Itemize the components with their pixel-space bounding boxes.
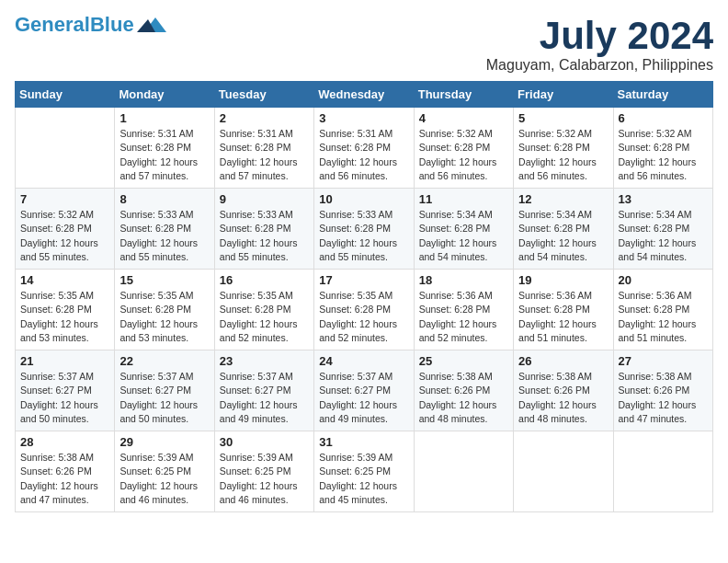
day-number: 2: [220, 111, 309, 125]
day-number: 29: [119, 435, 209, 449]
logo-icon: [137, 16, 166, 34]
calendar-cell: 21Sunrise: 5:37 AM Sunset: 6:27 PM Dayli…: [16, 350, 115, 431]
calendar-week-3: 14Sunrise: 5:35 AM Sunset: 6:28 PM Dayli…: [16, 270, 713, 350]
day-number: 18: [419, 273, 508, 287]
weekday-header-wednesday: Wednesday: [314, 82, 414, 108]
day-number: 3: [319, 111, 408, 125]
weekday-header-sunday: Sunday: [16, 82, 115, 108]
day-info: Sunrise: 5:33 AM Sunset: 6:28 PM Dayligh…: [119, 208, 209, 264]
calendar-cell: [16, 108, 115, 189]
calendar-cell: 20Sunrise: 5:36 AM Sunset: 6:28 PM Dayli…: [613, 270, 712, 350]
day-info: Sunrise: 5:36 AM Sunset: 6:28 PM Dayligh…: [419, 289, 508, 345]
day-info: Sunrise: 5:37 AM Sunset: 6:27 PM Dayligh…: [119, 370, 209, 426]
day-number: 8: [119, 192, 209, 206]
calendar-cell: 2Sunrise: 5:31 AM Sunset: 6:28 PM Daylig…: [214, 108, 313, 189]
calendar-cell: 7Sunrise: 5:32 AM Sunset: 6:28 PM Daylig…: [16, 189, 115, 270]
calendar-cell: 13Sunrise: 5:34 AM Sunset: 6:28 PM Dayli…: [613, 189, 712, 270]
calendar-cell: 10Sunrise: 5:33 AM Sunset: 6:28 PM Dayli…: [314, 189, 414, 270]
day-info: Sunrise: 5:33 AM Sunset: 6:28 PM Dayligh…: [220, 208, 309, 264]
calendar-cell: 6Sunrise: 5:32 AM Sunset: 6:28 PM Daylig…: [613, 108, 712, 189]
day-info: Sunrise: 5:34 AM Sunset: 6:28 PM Dayligh…: [518, 208, 608, 264]
day-info: Sunrise: 5:32 AM Sunset: 6:28 PM Dayligh…: [619, 127, 708, 183]
day-number: 14: [20, 273, 109, 287]
day-number: 27: [619, 354, 708, 368]
calendar-cell: 11Sunrise: 5:34 AM Sunset: 6:28 PM Dayli…: [414, 189, 513, 270]
day-number: 25: [419, 354, 508, 368]
day-info: Sunrise: 5:35 AM Sunset: 6:28 PM Dayligh…: [220, 289, 309, 345]
calendar-cell: 1Sunrise: 5:31 AM Sunset: 6:28 PM Daylig…: [115, 108, 214, 189]
day-info: Sunrise: 5:35 AM Sunset: 6:28 PM Dayligh…: [319, 289, 408, 345]
day-number: 16: [220, 273, 309, 287]
day-number: 19: [518, 273, 608, 287]
day-info: Sunrise: 5:38 AM Sunset: 6:26 PM Dayligh…: [518, 370, 608, 426]
day-info: Sunrise: 5:36 AM Sunset: 6:28 PM Dayligh…: [518, 289, 608, 345]
calendar-cell: 19Sunrise: 5:36 AM Sunset: 6:28 PM Dayli…: [514, 270, 613, 350]
calendar-cell: 25Sunrise: 5:38 AM Sunset: 6:26 PM Dayli…: [414, 350, 513, 431]
calendar-cell: [613, 431, 712, 512]
calendar-cell: [514, 431, 613, 512]
logo: GeneralBlue: [15, 15, 166, 35]
day-info: Sunrise: 5:31 AM Sunset: 6:28 PM Dayligh…: [119, 127, 209, 183]
day-number: 5: [518, 111, 608, 125]
day-info: Sunrise: 5:37 AM Sunset: 6:27 PM Dayligh…: [20, 370, 109, 426]
day-info: Sunrise: 5:38 AM Sunset: 6:26 PM Dayligh…: [419, 370, 508, 426]
calendar-cell: 16Sunrise: 5:35 AM Sunset: 6:28 PM Dayli…: [214, 270, 313, 350]
day-number: 15: [119, 273, 209, 287]
day-number: 26: [518, 354, 608, 368]
calendar-week-2: 7Sunrise: 5:32 AM Sunset: 6:28 PM Daylig…: [16, 189, 713, 270]
day-info: Sunrise: 5:36 AM Sunset: 6:28 PM Dayligh…: [619, 289, 708, 345]
day-number: 4: [419, 111, 508, 125]
day-number: 20: [619, 273, 708, 287]
day-info: Sunrise: 5:32 AM Sunset: 6:28 PM Dayligh…: [20, 208, 109, 264]
calendar-cell: 5Sunrise: 5:32 AM Sunset: 6:28 PM Daylig…: [514, 108, 613, 189]
day-info: Sunrise: 5:39 AM Sunset: 6:25 PM Dayligh…: [220, 451, 309, 507]
calendar-cell: 18Sunrise: 5:36 AM Sunset: 6:28 PM Dayli…: [414, 270, 513, 350]
day-info: Sunrise: 5:39 AM Sunset: 6:25 PM Dayligh…: [319, 451, 408, 507]
calendar-week-1: 1Sunrise: 5:31 AM Sunset: 6:28 PM Daylig…: [16, 108, 713, 189]
day-number: 1: [119, 111, 209, 125]
calendar-cell: 12Sunrise: 5:34 AM Sunset: 6:28 PM Dayli…: [514, 189, 613, 270]
day-info: Sunrise: 5:34 AM Sunset: 6:28 PM Dayligh…: [619, 208, 708, 264]
day-number: 23: [220, 354, 309, 368]
day-info: Sunrise: 5:37 AM Sunset: 6:27 PM Dayligh…: [220, 370, 309, 426]
day-info: Sunrise: 5:31 AM Sunset: 6:28 PM Dayligh…: [319, 127, 408, 183]
day-info: Sunrise: 5:33 AM Sunset: 6:28 PM Dayligh…: [319, 208, 408, 264]
day-info: Sunrise: 5:34 AM Sunset: 6:28 PM Dayligh…: [419, 208, 508, 264]
day-info: Sunrise: 5:38 AM Sunset: 6:26 PM Dayligh…: [619, 370, 708, 426]
day-info: Sunrise: 5:37 AM Sunset: 6:27 PM Dayligh…: [319, 370, 408, 426]
calendar-cell: 4Sunrise: 5:32 AM Sunset: 6:28 PM Daylig…: [414, 108, 513, 189]
calendar-cell: 3Sunrise: 5:31 AM Sunset: 6:28 PM Daylig…: [314, 108, 414, 189]
calendar-cell: 30Sunrise: 5:39 AM Sunset: 6:25 PM Dayli…: [214, 431, 313, 512]
day-number: 21: [20, 354, 109, 368]
weekday-header-friday: Friday: [514, 82, 613, 108]
calendar-cell: 24Sunrise: 5:37 AM Sunset: 6:27 PM Dayli…: [314, 350, 414, 431]
calendar-cell: 22Sunrise: 5:37 AM Sunset: 6:27 PM Dayli…: [115, 350, 214, 431]
day-number: 12: [518, 192, 608, 206]
calendar-cell: 15Sunrise: 5:35 AM Sunset: 6:28 PM Dayli…: [115, 270, 214, 350]
day-number: 9: [220, 192, 309, 206]
calendar-cell: 9Sunrise: 5:33 AM Sunset: 6:28 PM Daylig…: [214, 189, 313, 270]
calendar-week-5: 28Sunrise: 5:38 AM Sunset: 6:26 PM Dayli…: [16, 431, 713, 512]
day-number: 30: [220, 435, 309, 449]
calendar-cell: 26Sunrise: 5:38 AM Sunset: 6:26 PM Dayli…: [514, 350, 613, 431]
calendar-week-4: 21Sunrise: 5:37 AM Sunset: 6:27 PM Dayli…: [16, 350, 713, 431]
title-area: July 2024 Maguyam, Calabarzon, Philippin…: [486, 15, 713, 74]
day-number: 28: [20, 435, 109, 449]
page-header: GeneralBlue July 2024 Maguyam, Calabarzo…: [15, 15, 713, 74]
calendar-cell: 29Sunrise: 5:39 AM Sunset: 6:25 PM Dayli…: [115, 431, 214, 512]
day-number: 17: [319, 273, 408, 287]
calendar-body: 1Sunrise: 5:31 AM Sunset: 6:28 PM Daylig…: [16, 108, 713, 512]
calendar-cell: 23Sunrise: 5:37 AM Sunset: 6:27 PM Dayli…: [214, 350, 313, 431]
calendar-cell: 14Sunrise: 5:35 AM Sunset: 6:28 PM Dayli…: [16, 270, 115, 350]
month-title: July 2024: [486, 15, 713, 57]
calendar-cell: 31Sunrise: 5:39 AM Sunset: 6:25 PM Dayli…: [314, 431, 414, 512]
day-info: Sunrise: 5:39 AM Sunset: 6:25 PM Dayligh…: [119, 451, 209, 507]
day-info: Sunrise: 5:35 AM Sunset: 6:28 PM Dayligh…: [20, 289, 109, 345]
day-info: Sunrise: 5:32 AM Sunset: 6:28 PM Dayligh…: [419, 127, 508, 183]
calendar-cell: 8Sunrise: 5:33 AM Sunset: 6:28 PM Daylig…: [115, 189, 214, 270]
calendar-header-row: SundayMondayTuesdayWednesdayThursdayFrid…: [16, 82, 713, 108]
weekday-header-thursday: Thursday: [414, 82, 513, 108]
day-number: 10: [319, 192, 408, 206]
location: Maguyam, Calabarzon, Philippines: [486, 57, 713, 74]
day-info: Sunrise: 5:32 AM Sunset: 6:28 PM Dayligh…: [518, 127, 608, 183]
